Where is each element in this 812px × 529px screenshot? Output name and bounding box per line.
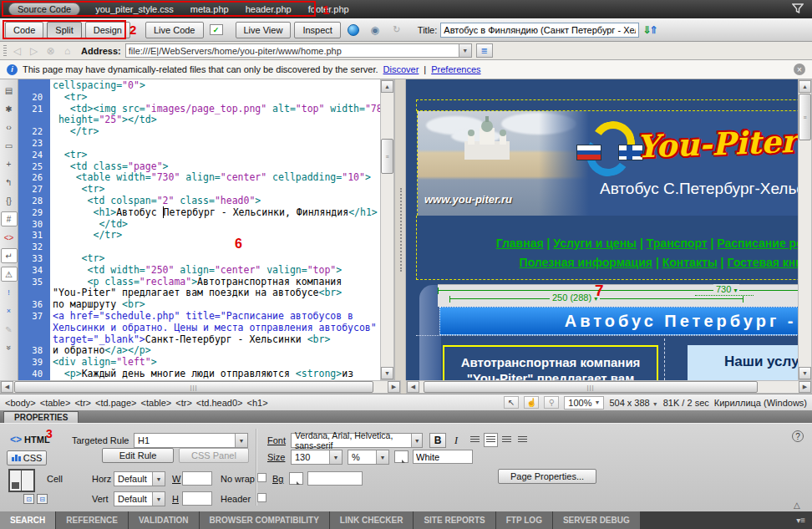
tab-ftp-log[interactable]: FTP LOG xyxy=(496,511,553,529)
tag-selector-item[interactable]: <td.page> xyxy=(95,398,137,408)
bg-color-input[interactable] xyxy=(307,471,363,486)
tab-search[interactable]: SEARCH xyxy=(0,511,56,529)
design-view[interactable]: www.you-piter.ru You-Piter Автобус С.Пет… xyxy=(406,79,812,380)
code-line[interactable]: 27 <tr> xyxy=(18,184,380,196)
text-color-swatch[interactable] xyxy=(394,450,409,463)
horz-select[interactable]: Default▼ xyxy=(114,471,165,486)
scroll-left-arrow[interactable]: ◀ xyxy=(407,381,419,393)
code-line[interactable]: 38 и обратно</a></p> xyxy=(18,345,380,357)
header-checkbox[interactable] xyxy=(257,493,266,502)
nav-link[interactable]: | xyxy=(718,256,728,269)
preview-in-browser-icon[interactable] xyxy=(344,22,363,38)
remove-comment-icon[interactable]: × xyxy=(1,302,18,320)
tag-selector-item[interactable]: <tr> xyxy=(175,398,192,408)
code-vertical-scrollbar[interactable]: ▲ ≡ ▼ xyxy=(380,79,394,380)
code-scrollbar-thumb[interactable]: ≡ xyxy=(381,139,393,174)
code-line[interactable]: 30 </td> xyxy=(18,219,380,231)
italic-button[interactable]: I xyxy=(448,433,464,448)
code-line[interactable]: 34 <td width="250" align="center" valign… xyxy=(18,265,380,277)
open-documents-icon[interactable]: ▤ xyxy=(1,81,18,99)
code-line[interactable]: 39 <div align="left"> xyxy=(18,357,380,369)
apply-comment-icon[interactable]: ! xyxy=(1,283,18,302)
line-numbers-icon[interactable]: # xyxy=(1,211,18,226)
code-line[interactable]: 35 <p class="reclama">Автотранспортная к… xyxy=(18,277,380,288)
tag-selector-item[interactable]: <table> xyxy=(40,398,71,408)
tag-selector-item[interactable]: <tr> xyxy=(74,398,91,408)
address-dropdown-arrow[interactable]: ▼ xyxy=(459,43,472,58)
nav-link[interactable]: Услуги и цены xyxy=(553,237,637,250)
code-line[interactable]: cellspacing="0"> xyxy=(18,80,380,92)
file-management-icon[interactable]: ⇓⇑ xyxy=(642,24,656,36)
panel-menu-icon[interactable]: ▾≡ xyxy=(796,511,812,529)
code-line[interactable]: target="_blank">Санкт-Петербург - Хельси… xyxy=(18,334,380,346)
code-line[interactable]: 32 xyxy=(18,242,380,253)
syntax-error-alerts-icon[interactable]: ⚠ xyxy=(1,267,18,282)
page-heading-h1[interactable]: Автобус Петербург - Хельсинки xyxy=(439,307,812,335)
code-line[interactable]: 25 <td class="page"> xyxy=(18,161,380,173)
scroll-down-arrow[interactable]: ▼ xyxy=(381,367,393,379)
tab-link-checker[interactable]: LINK CHECKER xyxy=(330,511,414,529)
column-width-value[interactable]: 250 (288) ▾ xyxy=(550,292,600,303)
balance-braces-icon[interactable]: {} xyxy=(1,191,18,210)
word-wrap-icon[interactable]: ↵ xyxy=(1,248,18,263)
live-view-button[interactable]: Live View xyxy=(236,22,292,38)
scroll-right-arrow[interactable]: ▶ xyxy=(388,381,400,393)
tab-reference[interactable]: REFERENCE xyxy=(56,511,129,529)
align-left-button[interactable] xyxy=(468,433,482,447)
code-line[interactable]: 31 </tr> xyxy=(18,230,380,242)
page-properties-button[interactable]: Page Properties... xyxy=(498,469,596,484)
code-navigator-icon[interactable]: ✱ xyxy=(1,99,18,118)
tab-validation[interactable]: VALIDATION xyxy=(129,511,200,529)
nav-link[interactable]: | xyxy=(544,237,554,250)
no-wrap-checkbox[interactable] xyxy=(257,473,266,482)
document-title-input[interactable] xyxy=(440,23,639,38)
size-select[interactable]: 130▼ xyxy=(291,450,343,465)
code-line[interactable]: 28 <td colspan="2" class="head0"> xyxy=(18,196,380,207)
scroll-right-arrow[interactable]: ▶ xyxy=(799,381,811,393)
edit-rule-button[interactable]: Edit Rule xyxy=(102,448,174,463)
site-banner[interactable]: www.you-piter.ru You-Piter Автобус С.Пет… xyxy=(417,111,812,216)
code-line[interactable]: 33 <tr> xyxy=(18,253,380,265)
code-line[interactable]: 24 <tr> xyxy=(18,150,380,161)
nav-link[interactable]: | xyxy=(652,256,662,269)
align-center-button[interactable] xyxy=(484,433,498,447)
bold-button[interactable]: B xyxy=(429,433,446,448)
tab-site-reports[interactable]: SITE REPORTS xyxy=(414,511,495,529)
collapse-full-tag-icon[interactable]: ‹› xyxy=(1,118,18,136)
scroll-up-arrow[interactable]: ▲ xyxy=(799,80,811,93)
align-justify-button[interactable] xyxy=(515,433,530,447)
select-tool-icon[interactable]: ↖ xyxy=(504,396,519,409)
code-line[interactable]: 36 по маршруту <br> xyxy=(18,299,380,311)
w-input[interactable] xyxy=(182,471,212,486)
view-options-icon[interactable]: ≣ xyxy=(476,43,493,58)
table-width-bar[interactable]: 730 ▾ 250 (288) ▾ xyxy=(438,284,812,307)
bg-color-swatch[interactable] xyxy=(289,472,303,485)
code-line[interactable]: 22 </tr> xyxy=(18,126,380,138)
design-scrollbar-thumb[interactable]: ≡ xyxy=(799,94,811,140)
design-horizontal-scrollbar[interactable]: ◀ ||| ▶ xyxy=(406,380,812,394)
properties-tab[interactable]: PROPERTIES xyxy=(3,411,79,423)
scroll-up-arrow[interactable]: ▲ xyxy=(381,80,393,93)
reclama-box[interactable]: Автотранспортная компания "You-Piter" пр… xyxy=(443,345,658,380)
vert-select[interactable]: Default▼ xyxy=(114,491,165,506)
expand-all-icon[interactable]: + xyxy=(1,155,18,173)
targeted-rule-select[interactable]: H1▼ xyxy=(134,433,248,448)
split-view-divider[interactable] xyxy=(394,79,406,380)
nav-link[interactable]: | xyxy=(637,237,647,250)
filter-icon[interactable] xyxy=(792,3,804,15)
code-line[interactable]: 40 <p>Каждый день многие люди отправляют… xyxy=(18,369,380,380)
code-line[interactable]: 29 <h1>Автобус Петербург - Хельсинки, Фи… xyxy=(18,207,380,219)
nav-link[interactable]: Главная xyxy=(496,237,544,250)
tag-selector-item[interactable]: <body> xyxy=(5,398,36,408)
tag-selector-item[interactable]: <table> xyxy=(141,398,172,408)
nav-link[interactable]: Транспорт xyxy=(647,237,708,250)
preferences-link[interactable]: Preferences xyxy=(431,64,480,74)
close-info-bar-icon[interactable]: × xyxy=(794,64,805,75)
tab-browser-compatibility[interactable]: BROWSER COMPATIBILITY xyxy=(200,511,330,529)
table-width-value[interactable]: 730 ▾ xyxy=(713,284,739,294)
services-heading-box[interactable]: Наши услуги xyxy=(688,345,812,380)
code-line[interactable]: 20 <tr> xyxy=(18,92,380,104)
design-vertical-scrollbar[interactable]: ▲ ≡ ▼ xyxy=(798,79,812,380)
nav-link[interactable]: | xyxy=(708,237,718,250)
visual-aids-icon[interactable]: ◉ xyxy=(366,22,384,38)
